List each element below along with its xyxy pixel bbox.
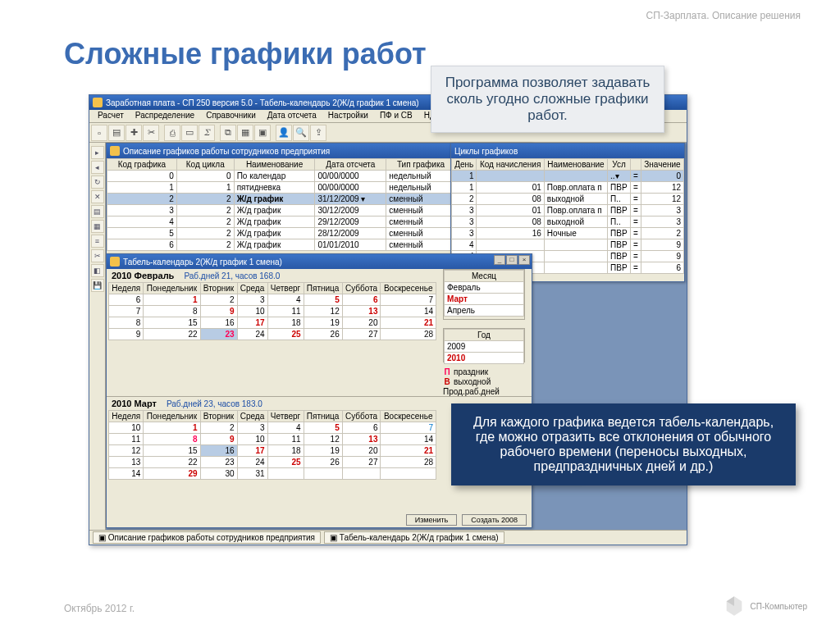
- month-label: 2010 Март: [112, 399, 157, 408]
- logo-icon: [723, 595, 746, 618]
- window-icon: [110, 257, 120, 267]
- calendar-window: Табель-календарь 2(Ж/д график 1 смена) _…: [106, 253, 532, 528]
- sb-icon[interactable]: ↻: [91, 175, 104, 189]
- sb-icon[interactable]: ▸: [91, 146, 104, 159]
- maximize-icon[interactable]: □: [506, 255, 518, 265]
- tb-folder-icon[interactable]: ▣: [254, 125, 271, 141]
- legend: Ппраздник Ввыходной Прод.раб.дней: [443, 367, 525, 397]
- sb-tools-icon[interactable]: ✂: [91, 249, 104, 262]
- sb-icon[interactable]: ◂: [91, 161, 104, 174]
- cycles-titlebar[interactable]: Циклы графиков: [451, 144, 684, 158]
- table-row[interactable]: 316НочныеПВР=2: [452, 228, 684, 239]
- mar-grid[interactable]: НеделяПонедельникВторникСредаЧетвергПятн…: [108, 410, 436, 480]
- sidebar: ▸ ◂ ↻ ✕ ▤ ▦ ≡ ✂ ◧ 💾: [89, 143, 106, 530]
- change-button[interactable]: Изменить: [406, 514, 458, 526]
- sb-icon[interactable]: ▤: [91, 205, 104, 218]
- footer-logo: СП-Компьютер: [723, 595, 808, 618]
- tb-cut-icon[interactable]: ✂: [143, 125, 159, 141]
- col-header[interactable]: Дата отсчета: [315, 159, 386, 171]
- col-header[interactable]: Код цикла: [176, 159, 234, 171]
- tb-doc-icon[interactable]: ▭: [181, 125, 198, 141]
- tb-open-icon[interactable]: ▤: [108, 125, 125, 141]
- table-row[interactable]: 101234567: [109, 422, 436, 434]
- table-row[interactable]: 4ПВР=9: [452, 239, 684, 251]
- table-row[interactable]: 815161718192021: [109, 317, 436, 329]
- menu-item[interactable]: Справочники: [201, 110, 261, 122]
- tb-print-icon[interactable]: ⎙: [164, 125, 180, 141]
- app-icon: [93, 98, 103, 107]
- status-tab[interactable]: ▣ Табель-календарь 2(Ж/д график 1 смена): [324, 531, 504, 544]
- table-row[interactable]: 101Повр.оплата пПВР=12: [452, 182, 684, 194]
- menu-item[interactable]: Расчет: [93, 110, 129, 122]
- footer-date: Октябрь 2012 г.: [64, 603, 135, 614]
- slide-header: СП-Зарплата. Описание решения: [646, 10, 801, 21]
- table-row[interactable]: 1215161718192021: [109, 445, 436, 457]
- sb-icon[interactable]: ▦: [91, 220, 104, 233]
- table-row[interactable]: 301Повр.оплата пПВР=3: [452, 205, 684, 217]
- status-tab[interactable]: ▣ Описание графиков работы сотрудников п…: [93, 531, 321, 544]
- tb-export-icon[interactable]: ⇪: [310, 125, 326, 141]
- menu-item[interactable]: Дата отсчета: [262, 110, 322, 122]
- table-row[interactable]: 14293031: [109, 468, 436, 480]
- year-list[interactable]: Год 2009 2010: [443, 328, 525, 362]
- callout-calendar: Для каждого графика ведется табель-кален…: [451, 403, 796, 485]
- menu-item[interactable]: ПФ и СВ: [375, 110, 418, 122]
- tb-search-icon[interactable]: 🔍: [293, 125, 309, 141]
- window-icon: [110, 146, 120, 156]
- month-list[interactable]: Месяц Февраль Март Апрель: [443, 269, 525, 320]
- table-row[interactable]: 11891011121314: [109, 434, 436, 445]
- tb-save-icon[interactable]: ✚: [126, 125, 142, 141]
- table-row[interactable]: 308выходнойП..=3: [452, 217, 684, 228]
- col-header[interactable]: Наименование: [234, 159, 315, 171]
- app-title: Заработная плата - СП 250 версия 5.0 - Т…: [106, 98, 419, 107]
- table-row[interactable]: 1..▾=0: [452, 171, 684, 182]
- table-row[interactable]: 922232425262728: [109, 329, 436, 340]
- tb-new-icon[interactable]: ▫: [91, 125, 107, 141]
- create-button[interactable]: Создать 2008: [462, 514, 527, 526]
- menu-item[interactable]: Распределение: [130, 110, 199, 122]
- month-label: 2010 Февраль: [112, 271, 174, 280]
- menu-item[interactable]: Настройки: [323, 110, 373, 122]
- cycles-title: Циклы графиков: [454, 147, 518, 156]
- sb-icon[interactable]: ◧: [91, 264, 104, 277]
- window-controls: _□×: [494, 255, 530, 265]
- sb-icon[interactable]: ≡: [91, 235, 104, 248]
- month-info: Раб.дней 23, часов 183.0: [167, 399, 262, 408]
- tb-user-icon[interactable]: 👤: [276, 125, 292, 141]
- col-header[interactable]: Код графика: [107, 159, 177, 171]
- month-info: Раб.дней 21, часов 168.0: [184, 271, 280, 280]
- col-header[interactable]: Тип графика: [386, 159, 455, 171]
- schedules-title: Описание графиков работы сотрудников пре…: [123, 147, 330, 156]
- table-row[interactable]: 61234567: [109, 294, 436, 306]
- slide-title: Сложные графики работ: [64, 37, 427, 71]
- table-row[interactable]: 1322232425262728: [109, 457, 436, 468]
- statusbar: ▣ Описание графиков работы сотрудников п…: [89, 530, 687, 545]
- tb-table-icon[interactable]: ▦: [237, 125, 253, 141]
- table-row[interactable]: 208выходнойП..=12: [452, 194, 684, 205]
- minimize-icon[interactable]: _: [494, 255, 505, 265]
- close-icon[interactable]: ×: [518, 255, 530, 265]
- calendar-titlebar[interactable]: Табель-календарь 2(Ж/д график 1 смена) _…: [107, 254, 532, 269]
- tb-calc-icon[interactable]: 𝛴: [199, 125, 215, 141]
- sb-disk-icon[interactable]: 💾: [91, 279, 104, 292]
- feb-grid[interactable]: НеделяПонедельникВторникСредаЧетвергПятн…: [108, 282, 436, 340]
- calendar-title: Табель-календарь 2(Ж/д график 1 смена): [123, 258, 282, 267]
- callout-allows: Программа позволяет задавать сколь угодн…: [431, 66, 664, 133]
- sb-icon[interactable]: ✕: [91, 190, 104, 203]
- tb-copy-icon[interactable]: ⧉: [220, 125, 236, 141]
- table-row[interactable]: 7891011121314: [109, 306, 436, 317]
